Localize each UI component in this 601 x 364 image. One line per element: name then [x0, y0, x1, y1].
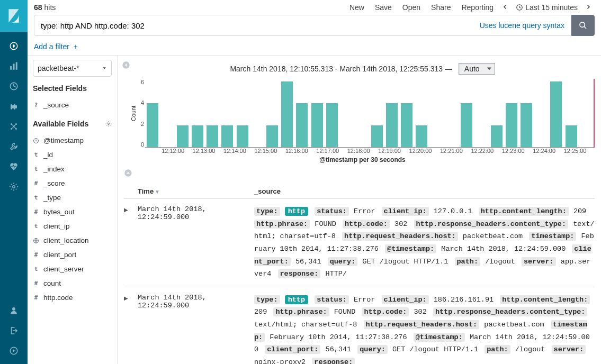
svg-point-15	[108, 123, 110, 125]
nav-timelion-icon[interactable]	[0, 96, 28, 116]
chart-bar[interactable]	[147, 103, 158, 147]
field-item[interactable]: #count	[33, 276, 112, 290]
nav-logout-icon[interactable]	[0, 321, 28, 341]
search-box[interactable]: Uses lucene query syntax	[34, 15, 571, 36]
expand-row-icon[interactable]: ▶	[124, 205, 138, 280]
chart-bar[interactable]	[371, 125, 383, 147]
field-type-icon: t	[33, 223, 39, 230]
field-name: client_port	[43, 251, 76, 259]
menu-new[interactable]: New	[344, 3, 370, 12]
field-item[interactable]: #_score	[33, 176, 112, 190]
chart-bar[interactable]	[386, 103, 398, 147]
field-item[interactable]: #http.code	[33, 290, 112, 305]
field-key: http.content_length:	[479, 207, 569, 216]
plus-icon: +	[71, 42, 78, 51]
nav-visualize-icon[interactable]	[0, 56, 28, 76]
nav-discover-icon[interactable]	[0, 36, 28, 56]
menu-reporting[interactable]: Reporting	[456, 3, 499, 12]
chart-bar[interactable]	[221, 125, 233, 147]
field-key: client_ip:	[382, 295, 429, 304]
nav-management-icon[interactable]	[0, 177, 28, 197]
chart-plot[interactable]	[145, 79, 595, 148]
col-source-header[interactable]: _source	[254, 187, 595, 195]
index-pattern-select[interactable]: packetbeat-*	[33, 60, 112, 77]
chart-bar[interactable]	[237, 125, 248, 147]
chart-bar[interactable]	[266, 125, 278, 147]
chart-bar[interactable]	[296, 103, 308, 147]
time-picker[interactable]: Last 15 minutes	[512, 3, 582, 12]
scroll-top-icon[interactable]	[124, 169, 595, 179]
field-value: packetbeat.com	[463, 232, 523, 240]
field-item[interactable]: @timestamp	[33, 133, 112, 148]
field-item[interactable]: tclient_ip	[33, 219, 112, 233]
field-item[interactable]: t_index	[33, 162, 112, 176]
field-key: http.phrase:	[254, 220, 310, 229]
field-item[interactable]: tclient_server	[33, 262, 112, 276]
field-item[interactable]: #bytes_out	[33, 205, 112, 219]
menu-open[interactable]: Open	[397, 3, 426, 12]
menu-share[interactable]: Share	[426, 3, 456, 12]
chart-bar[interactable]	[550, 81, 562, 147]
field-item[interactable]: t_type	[33, 190, 112, 205]
field-key: type:	[254, 295, 280, 304]
field-value: GET /logout HTTP/1.1	[392, 345, 478, 353]
chart-bar[interactable]	[401, 103, 412, 147]
chart-bar[interactable]	[461, 103, 472, 147]
field-item[interactable]: t_id	[33, 148, 112, 162]
field-value: /logout	[485, 258, 515, 266]
field-value: February 10th 2014, 11:27:38.276	[270, 333, 407, 341]
field-key: query:	[328, 257, 358, 266]
field-type-icon: t	[33, 266, 39, 272]
expand-row-icon[interactable]: ▶	[124, 294, 138, 364]
chart-bar[interactable]	[281, 81, 293, 147]
nav-dashboard-icon[interactable]	[0, 76, 28, 96]
field-key: timestamp:	[529, 232, 576, 241]
time-prev-icon[interactable]	[499, 3, 512, 12]
chart-bar[interactable]	[506, 103, 517, 147]
chart-bar[interactable]	[326, 103, 338, 147]
nav-graph-icon[interactable]	[0, 116, 28, 136]
chart-bar[interactable]	[491, 125, 503, 147]
field-item[interactable]: client_location	[33, 233, 112, 248]
field-name: client_server	[43, 265, 84, 273]
chart-bar[interactable]	[521, 103, 532, 147]
field-name: http.code	[43, 294, 73, 302]
field-value: 56,341	[295, 258, 321, 266]
field-item[interactable]: #client_port	[33, 248, 112, 262]
chart-bar[interactable]	[566, 125, 577, 147]
nav-devtools-icon[interactable]	[0, 136, 28, 157]
gear-icon[interactable]	[105, 121, 112, 127]
nav-collapse-icon[interactable]	[0, 341, 28, 361]
kibana-logo[interactable]	[0, 0, 28, 32]
field-value: nginx-proxy2	[254, 358, 306, 364]
chart-bar[interactable]	[416, 125, 427, 147]
field-item[interactable]: ?_source	[33, 98, 112, 112]
chart-bar[interactable]	[177, 125, 189, 147]
chart-bar[interactable]	[207, 125, 218, 147]
collapse-sidebar-icon[interactable]	[122, 61, 130, 71]
chart-bar[interactable]	[311, 103, 323, 147]
query-input[interactable]	[41, 21, 480, 30]
add-filter-link[interactable]: Add a filter +	[28, 40, 601, 55]
table-row: ▶March 14th 2018, 12:24:59.000type: http…	[124, 287, 595, 364]
field-key: client_port:	[265, 345, 320, 354]
nav-monitoring-icon[interactable]	[0, 157, 28, 177]
row-time: March 14th 2018, 12:24:59.000	[138, 294, 254, 364]
field-value: 302	[394, 220, 407, 228]
svg-rect-1	[10, 66, 12, 70]
field-value: Error	[354, 207, 375, 215]
chart-bar[interactable]	[192, 125, 203, 147]
syntax-hint-link[interactable]: Uses lucene query syntax	[480, 21, 564, 30]
field-type-icon: ?	[33, 102, 39, 108]
nav-user-icon[interactable]	[0, 301, 28, 321]
time-next-icon[interactable]	[582, 3, 595, 12]
top-bar: 68 hits New Save Open Share Reporting La…	[28, 0, 601, 15]
interval-select[interactable]: Auto	[459, 63, 495, 75]
col-time-header[interactable]: Time▼	[138, 187, 254, 195]
menu-save[interactable]: Save	[370, 3, 397, 12]
field-value: http	[285, 295, 308, 304]
field-key: http.code:	[343, 220, 390, 229]
field-key: path:	[485, 345, 510, 354]
search-button[interactable]	[571, 15, 595, 36]
selected-fields-header: Selected Fields	[33, 84, 112, 93]
